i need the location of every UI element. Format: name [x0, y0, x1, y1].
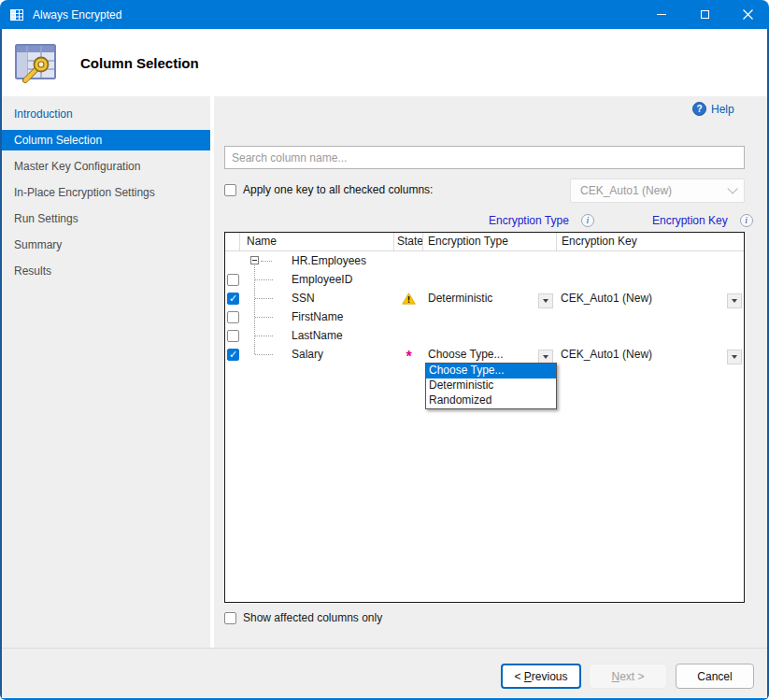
minimize-button[interactable] — [640, 0, 683, 29]
help-label: Help — [711, 103, 734, 116]
sidebar-divider — [210, 96, 214, 648]
help-icon — [692, 102, 706, 116]
app-icon — [9, 7, 24, 22]
chevron-down-icon — [727, 183, 737, 193]
wizard-header: Column Selection — [0, 29, 769, 96]
search-input[interactable] — [224, 146, 745, 169]
sidebar-item-results: Results — [2, 261, 210, 281]
encryption-type-info-icon[interactable] — [581, 214, 594, 227]
close-button[interactable] — [726, 0, 769, 29]
table-row-lastname: LastName — [225, 326, 744, 345]
header-checkbox-column — [225, 233, 240, 250]
table-row-salary: Salary * Choose Type... CEK_Auto1 (New) — [225, 345, 744, 364]
encryption-type-value: Choose Type... — [428, 348, 504, 361]
encryption-type-value: Deterministic — [428, 292, 492, 305]
tree-collapse-icon[interactable] — [250, 256, 259, 264]
header-encryption-type: Encryption Type — [423, 233, 557, 250]
column-name: FirstName — [292, 310, 343, 323]
encryption-key-dropdown-button[interactable] — [727, 350, 742, 364]
encryption-type-dropdown-list: Choose Type... Deterministic Randomized — [425, 363, 557, 409]
row-checkbox-lastname[interactable] — [227, 330, 239, 342]
apply-one-key-checkbox[interactable] — [224, 184, 236, 196]
next-button: Next > — [589, 664, 667, 689]
column-name: Salary — [292, 348, 323, 361]
dropdown-option-randomized[interactable]: Randomized — [426, 393, 556, 408]
tree-line — [255, 317, 273, 318]
minimize-icon — [657, 14, 666, 15]
titlebar: Always Encrypted — [0, 0, 769, 29]
encryption-key-value: CEK_Auto1 (New) — [561, 292, 652, 305]
row-checkbox-ssn[interactable] — [227, 293, 239, 305]
apply-key-select[interactable]: CEK_Auto1 (New) — [570, 179, 745, 203]
warning-icon — [402, 293, 416, 305]
window-controls — [640, 0, 769, 29]
column-name: EmployeeID — [292, 273, 352, 286]
show-affected-label: Show affected columns only — [243, 611, 382, 624]
sidebar-item-run-settings: Run Settings — [2, 208, 210, 229]
columns-table-header: Name State Encryption Type Encryption Ke… — [225, 233, 744, 251]
header-encryption-key: Encryption Key — [557, 233, 744, 250]
window-border-left — [0, 29, 2, 700]
row-checkbox-employeeid[interactable] — [227, 274, 239, 286]
sidebar-item-in-place-encryption-settings: In-Place Encryption Settings — [2, 182, 210, 203]
help-link[interactable]: Help — [692, 102, 734, 116]
sidebar-item-summary: Summary — [2, 235, 210, 255]
encryption-type-link-group: Encryption Type — [489, 214, 594, 227]
apply-one-key-row: Apply one key to all checked columns: — [224, 183, 433, 196]
sidebar-item-introduction[interactable]: Introduction — [2, 104, 210, 124]
table-row-group: HR.Employees — [225, 251, 744, 270]
window-title: Always Encrypted — [33, 8, 121, 21]
row-checkbox-salary[interactable] — [227, 349, 239, 361]
required-asterisk-icon: * — [406, 347, 411, 362]
tree-line — [255, 298, 273, 299]
always-encrypted-wizard-window: Always Encrypted — [0, 0, 769, 700]
table-row-ssn: SSN Deterministic CEK_Auto1 (New) — [225, 289, 744, 307]
sidebar-item-column-selection[interactable]: Column Selection — [2, 130, 210, 150]
encryption-type-link[interactable]: Encryption Type — [489, 214, 569, 227]
encryption-key-dropdown-button[interactable] — [727, 293, 742, 308]
apply-one-key-label: Apply one key to all checked columns: — [243, 183, 433, 196]
table-row-employeeid: EmployeeID — [225, 270, 744, 289]
cancel-button[interactable]: Cancel — [676, 664, 754, 689]
header-state: State — [394, 233, 423, 250]
dropdown-option-choose-type[interactable]: Choose Type... — [426, 364, 556, 379]
page-title: Column Selection — [80, 55, 199, 71]
footer-divider — [0, 648, 769, 649]
tree-line — [255, 354, 273, 355]
columns-table-body: HR.Employees EmployeeID SSN — [225, 251, 744, 364]
header-name: Name — [240, 233, 394, 250]
group-label: HR.Employees — [292, 254, 366, 267]
maximize-button[interactable] — [683, 0, 726, 29]
column-name: SSN — [292, 292, 315, 305]
dropdown-option-deterministic[interactable]: Deterministic — [426, 379, 556, 393]
encryption-type-dropdown-button[interactable] — [538, 293, 553, 308]
apply-key-select-value: CEK_Auto1 (New) — [580, 184, 672, 197]
maximize-icon — [701, 10, 709, 19]
encryption-key-link-group: Encryption Key — [652, 214, 753, 227]
tree-line — [255, 336, 273, 336]
show-affected-checkbox[interactable] — [224, 612, 236, 624]
encryption-key-value: CEK_Auto1 (New) — [561, 348, 652, 361]
show-affected-row: Show affected columns only — [224, 611, 382, 624]
wizard-steps-sidebar: Introduction Column Selection Master Key… — [2, 96, 210, 648]
table-key-icon — [13, 40, 58, 85]
row-checkbox-firstname[interactable] — [227, 311, 239, 323]
sidebar-item-master-key-configuration: Master Key Configuration — [2, 156, 210, 177]
tree-line — [261, 261, 272, 262]
table-row-firstname: FirstName — [225, 307, 744, 326]
previous-button[interactable]: < Previous — [501, 664, 581, 689]
columns-table: Name State Encryption Type Encryption Ke… — [224, 232, 745, 603]
encryption-key-link[interactable]: Encryption Key — [652, 214, 728, 227]
tree-line — [255, 279, 273, 280]
close-icon — [743, 9, 753, 20]
column-name: LastName — [292, 329, 343, 342]
encryption-key-info-icon[interactable] — [740, 214, 753, 227]
